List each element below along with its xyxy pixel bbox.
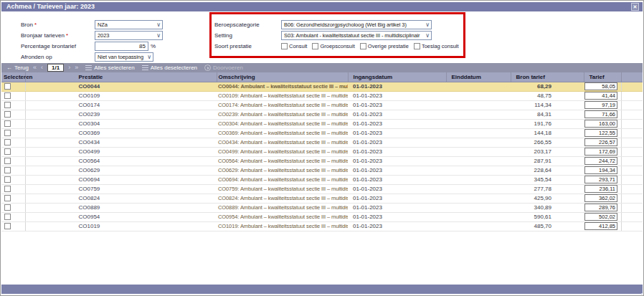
filler-cell — [621, 166, 643, 175]
bron-tarief-cell: 266,55 — [511, 138, 584, 147]
row-checkbox[interactable] — [4, 176, 11, 183]
row-checkbox[interactable] — [4, 102, 11, 108]
tarief-input[interactable] — [584, 194, 617, 202]
row-checkbox[interactable] — [4, 214, 11, 220]
omschrijving-cell: CO0889: Ambulant – kwaliteitsstatuut sec… — [217, 203, 348, 212]
table-row[interactable]: CO0499CO0499: Ambulant – kwaliteitsstatu… — [1, 147, 643, 156]
checkbox-icon[interactable] — [360, 43, 366, 49]
bron-select[interactable]: NZa ∨ — [95, 20, 163, 29]
table-row[interactable]: CO0759CO0759: Ambulant – kwaliteitsstatu… — [1, 184, 643, 194]
row-checkbox[interactable] — [4, 83, 11, 90]
table-row[interactable]: CO0694CO0694: Ambulant – kwaliteitsstatu… — [1, 175, 643, 184]
soort-prestatie-label: Soort prestatie — [214, 42, 252, 51]
bron-label: Bron* — [21, 20, 37, 29]
resize-grip-icon[interactable] — [638, 290, 640, 292]
tarief-input[interactable] — [584, 166, 617, 174]
row-checkbox[interactable] — [4, 92, 11, 99]
select-all-button[interactable]: Alles selecteren — [85, 63, 134, 72]
tarief-input[interactable] — [584, 138, 617, 146]
table-row[interactable]: CO0369CO0369: Ambulant – kwaliteitsstatu… — [1, 128, 643, 138]
table-row[interactable]: CO0889CO0889: Ambulant – kwaliteitsstatu… — [1, 203, 643, 212]
bronjaar-label: Bronjaar tarieven* — [21, 31, 68, 40]
row-checkbox[interactable] — [4, 158, 11, 164]
percentage-input[interactable] — [95, 42, 148, 51]
table-row[interactable]: CO0954CO0954: Ambulant – kwaliteitsstatu… — [1, 212, 643, 221]
table-row[interactable]: CO0564CO0564: Ambulant – kwaliteitsstatu… — [1, 156, 643, 166]
row-checkbox[interactable] — [4, 130, 11, 136]
apply-button[interactable]: Doorvoeren — [204, 63, 243, 72]
beroepscategorie-select[interactable]: B06: Gezondheidszorgpsycholoog (Wet Big … — [281, 20, 432, 29]
prestatie-cell: CO0889 — [25, 203, 217, 212]
row-checkbox[interactable] — [4, 139, 11, 145]
tarief-input[interactable] — [584, 92, 617, 100]
tarief-input[interactable] — [584, 110, 617, 118]
omschrijving-cell: CO0954: Ambulant – kwaliteitsstatuut sec… — [217, 212, 348, 221]
tarief-input[interactable] — [584, 204, 617, 211]
bron-tarief-cell: 287,91 — [511, 156, 584, 166]
bron-tarief-cell: 48,75 — [511, 91, 584, 100]
row-checkbox[interactable] — [4, 111, 11, 118]
table-row[interactable]: CO0434CO0434: Ambulant – kwaliteitsstatu… — [1, 138, 643, 147]
checkbox-icon[interactable] — [281, 43, 288, 49]
close-icon[interactable]: ✕ — [631, 3, 639, 11]
table-row[interactable]: CO0304CO0304: Ambulant – kwaliteitsstatu… — [1, 119, 643, 128]
einddatum-cell — [446, 221, 511, 231]
checkbox-label: Overige prestatie — [368, 43, 409, 49]
omschrijving-cell: CO0499: Ambulant – kwaliteitsstatuut sec… — [217, 147, 348, 156]
checkbox-icon[interactable] — [414, 43, 420, 49]
table-row[interactable]: CO0824CO0824: Ambulant – kwaliteitsstatu… — [1, 194, 643, 203]
last-page-icon[interactable]: » — [75, 63, 78, 72]
tarief-input[interactable] — [584, 101, 617, 109]
afronden-select[interactable]: Niet van toepassing ∨ — [95, 52, 153, 62]
list-icon — [85, 65, 92, 71]
soort-prestatie-option[interactable]: Toeslag consult — [414, 42, 459, 51]
tarief-input[interactable] — [584, 148, 617, 156]
filler-cell — [621, 221, 643, 231]
row-checkbox[interactable] — [4, 167, 11, 173]
table-row[interactable]: CO1019CO1019: Ambulant – kwaliteitsstatu… — [1, 221, 643, 231]
truncation-indicator-icon: ‥ — [344, 138, 347, 144]
first-page-icon[interactable]: « — [33, 63, 37, 72]
back-button[interactable]: ← Terug — [6, 63, 29, 72]
prestatie-cell: CO0954 — [25, 212, 217, 221]
tarief-input[interactable] — [584, 213, 617, 221]
row-checkbox[interactable] — [4, 120, 11, 127]
table-row[interactable]: CO0629CO0629: Ambulant – kwaliteitsstatu… — [1, 166, 643, 175]
tarief-input[interactable] — [584, 120, 617, 128]
row-checkbox[interactable] — [4, 186, 11, 192]
bronjaar-select[interactable]: 2023 ∨ — [95, 31, 163, 40]
page-indicator[interactable]: 1/1 — [47, 64, 64, 72]
table-row[interactable]: CO0239CO0239: Ambulant – kwaliteitsstatu… — [1, 110, 643, 119]
prestatie-cell: CO0434 — [25, 138, 217, 147]
checkbox-icon[interactable] — [312, 43, 318, 49]
tarief-input[interactable] — [584, 82, 617, 90]
tarief-input[interactable] — [584, 129, 617, 137]
tarief-input[interactable] — [584, 176, 617, 183]
afronden-label: Afronden op — [21, 52, 52, 62]
table-row[interactable]: CO0109CO0109: Ambulant – kwaliteitsstatu… — [1, 91, 643, 100]
row-checkbox[interactable] — [4, 195, 11, 201]
prev-page-icon[interactable]: ‹ — [41, 63, 43, 72]
ingangsdatum-cell: 01-01-2023 — [348, 128, 446, 138]
tarief-input[interactable] — [584, 185, 617, 193]
tarief-input[interactable] — [584, 222, 617, 230]
soort-prestatie-option[interactable]: Overige prestatie — [360, 42, 409, 51]
tarief-input[interactable] — [584, 157, 617, 165]
row-checkbox[interactable] — [4, 204, 11, 211]
next-page-icon[interactable]: › — [68, 63, 70, 72]
prestatie-cell: CO0499 — [25, 147, 217, 156]
table-row[interactable]: CO0044CO0044: Ambulant – kwaliteitsstatu… — [1, 82, 643, 91]
row-checkbox[interactable] — [4, 223, 11, 229]
filler-cell — [621, 91, 643, 100]
bron-tarief-cell: 425,90 — [511, 194, 584, 203]
header-einddatum: Einddatum — [446, 72, 511, 82]
deselect-all-button[interactable]: Alles deselecteren — [142, 63, 197, 72]
table-row[interactable]: CO0174CO0174: Ambulant – kwaliteitsstatu… — [1, 100, 643, 110]
bron-tarief-cell: 68,29 — [511, 82, 584, 91]
soort-prestatie-option[interactable]: Consult — [281, 42, 307, 51]
einddatum-cell — [446, 184, 511, 194]
setting-select[interactable]: S03: Ambulant - kwaliteitsstatuut sectie… — [281, 31, 432, 40]
row-checkbox[interactable] — [4, 148, 11, 155]
prestatie-cell: CO0239 — [25, 110, 217, 119]
soort-prestatie-option[interactable]: Groepsconsult — [312, 42, 354, 51]
